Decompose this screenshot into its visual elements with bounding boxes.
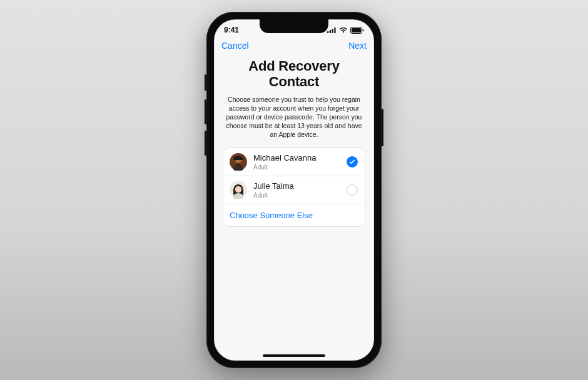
circle-outline-icon (347, 184, 358, 196)
checkmark-circle-filled-icon (347, 156, 358, 168)
avatar (230, 153, 247, 171)
svg-point-11 (235, 186, 241, 192)
contact-name: Julie Talma (253, 182, 340, 191)
page-title: Add Recovery Contact (223, 58, 365, 90)
home-indicator[interactable] (263, 354, 325, 357)
contact-row-michael[interactable]: Michael Cavanna Adult (223, 148, 365, 176)
page-title-line2: Contact (269, 74, 320, 89)
avatar (230, 181, 247, 199)
svg-rect-1 (330, 30, 331, 33)
svg-rect-0 (327, 31, 328, 33)
contact-role: Adult (253, 192, 340, 199)
selection-indicator (346, 184, 358, 196)
volume-up-button (205, 99, 206, 124)
selection-indicator (346, 156, 358, 168)
wifi-icon (339, 27, 348, 33)
volume-down-button (205, 131, 206, 156)
contact-name: Michael Cavanna (253, 154, 340, 162)
contact-meta: Michael Cavanna Adult (253, 154, 340, 170)
content: Add Recovery Contact Choose someone you … (214, 52, 374, 227)
contact-list: Michael Cavanna Adult Julie Talma (223, 148, 365, 227)
status-time: 9:41 (224, 26, 239, 34)
cellular-signal-icon (327, 27, 337, 33)
choose-else-label: Choose Someone Else (230, 211, 313, 220)
contact-meta: Julie Talma Adult (253, 182, 340, 198)
contact-row-julie[interactable]: Julie Talma Adult (223, 176, 365, 204)
svg-rect-2 (332, 29, 333, 33)
next-button[interactable]: Next (348, 41, 367, 51)
page-title-line1: Add Recovery (248, 58, 340, 74)
notch (260, 19, 328, 33)
page-description: Choose someone you trust to help you reg… (223, 95, 365, 139)
power-button (382, 109, 383, 146)
iphone-frame: 9:41 Cancel Next Add Recovery Contact (206, 12, 382, 368)
screen: 9:41 Cancel Next Add Recovery Contact (214, 19, 374, 361)
cancel-button[interactable]: Cancel (221, 41, 249, 51)
choose-someone-else-button[interactable]: Choose Someone Else (223, 204, 365, 226)
svg-rect-5 (352, 28, 361, 32)
status-right (327, 27, 364, 34)
battery-icon (350, 27, 364, 34)
nav-bar: Cancel Next (214, 38, 374, 52)
contact-role: Adult (253, 164, 340, 171)
mute-switch (205, 74, 206, 91)
svg-rect-3 (334, 28, 335, 33)
svg-rect-6 (363, 29, 364, 31)
